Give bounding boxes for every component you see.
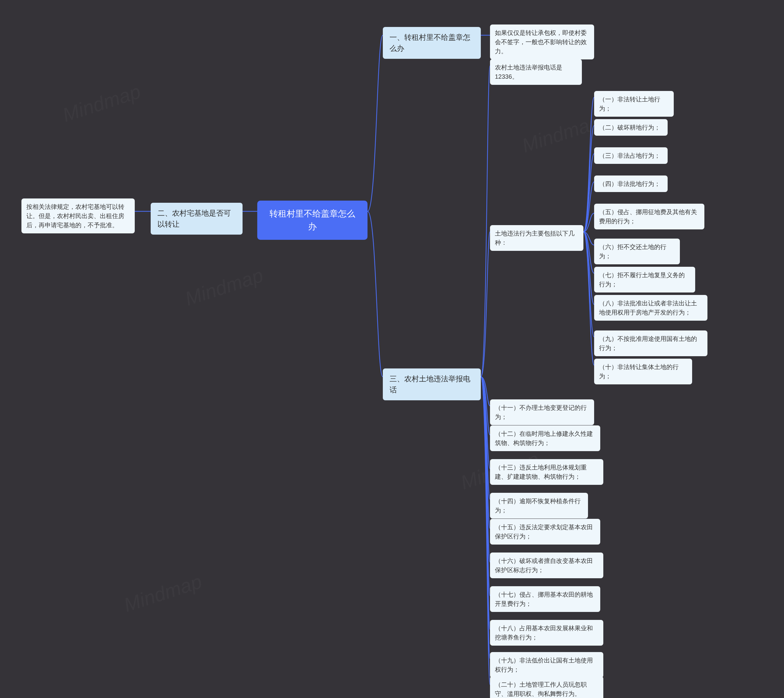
branch-report-phone[interactable]: 三、农村土地违法举报电话 xyxy=(383,369,481,400)
leaf-more-19: （十九）非法低价出让国有土地使用权行为； xyxy=(490,652,603,678)
leaf-type-7: （七）拒不履行土地复垦义务的行为； xyxy=(594,267,695,293)
leaf-more-13: （十三）违反土地利用总体规划重建、扩建建筑物、构筑物行为； xyxy=(490,459,603,485)
leaf-more-11: （十一）不办理土地变更登记的行为； xyxy=(490,399,594,425)
root-node[interactable]: 转租村里不给盖章怎么办 xyxy=(257,201,367,240)
leaf-type-4: （四）非法批地行为； xyxy=(594,176,668,192)
leaf-more-12: （十二）在临时用地上修建永久性建筑物、构筑物行为； xyxy=(490,425,600,451)
leaf-types-header: 土地违法行为主要包括以下几种： xyxy=(490,225,583,251)
leaf-more-20: （二十）土地管理工作人员玩忽职守、滥用职权、徇私舞弊行为。 xyxy=(490,676,603,698)
leaf-type-10: （十）非法转让集体土地的行为； xyxy=(594,359,692,384)
leaf-more-17: （十七）侵占、挪用基本农田的耕地开垦费行为； xyxy=(490,586,600,612)
leaf-type-9: （九）不按批准用途使用国有土地的行为； xyxy=(594,331,707,356)
leaf-type-5: （五）侵占、挪用征地费及其他有关费用的行为； xyxy=(594,204,704,229)
note-no-seal: 如果仅仅是转让承包权，即使村委会不签字，一般也不影响转让的效力。 xyxy=(490,25,594,59)
leaf-type-1: （一）非法转让土地行为； xyxy=(594,91,674,117)
leaf-phone: 农村土地违法举报电话是12336。 xyxy=(490,59,582,85)
leaf-more-18: （十八）占用基本农田发展林果业和挖塘养鱼行为； xyxy=(490,620,603,645)
leaf-type-2: （二）破坏耕地行为； xyxy=(594,119,668,136)
leaf-type-3: （三）非法占地行为； xyxy=(594,147,668,164)
leaf-type-6: （六）拒不交还土地的行为； xyxy=(594,239,680,264)
leaf-more-14: （十四）逾期不恢复种植条件行为； xyxy=(490,493,588,519)
branch-no-seal[interactable]: 一、转租村里不给盖章怎么办 xyxy=(383,27,481,59)
leaf-more-15: （十五）违反法定要求划定基本农田保护区行为； xyxy=(490,519,600,545)
leaf-type-8: （八）非法批准出让或者非法出让土地使用权用于房地产开发的行为； xyxy=(594,295,707,321)
leaf-more-16: （十六）破坏或者擅自改变基本农田保护区标志行为； xyxy=(490,553,603,578)
note-homestead-transfer: 按相关法律规定，农村宅基地可以转让。但是，农村村民出卖、出租住房后，再申请宅基地… xyxy=(21,198,135,234)
branch-homestead-transfer[interactable]: 二、农村宅基地是否可以转让 xyxy=(151,203,242,235)
